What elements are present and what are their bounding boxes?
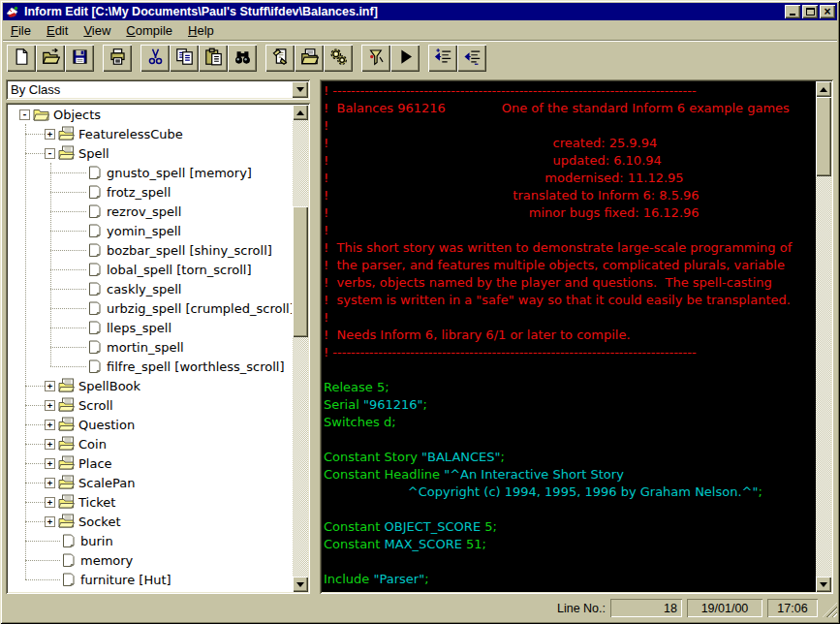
print-button[interactable] <box>103 45 132 72</box>
view-selector-combobox[interactable]: By Class <box>6 79 310 100</box>
tree-item-label: filfre_spell [worthless_scroll] <box>107 359 285 374</box>
compile-note-button[interactable] <box>265 45 295 72</box>
tree-item-urbzig_spell[interactable]: urbzig_spell [crumpled_scroll] <box>8 298 292 318</box>
tree-item-yomin_spell[interactable]: yomin_spell <box>8 221 292 240</box>
tree-connector <box>50 269 86 270</box>
code-line: ! verbs, objects named by the player and… <box>324 274 814 292</box>
tree-item-scalepan[interactable]: +ScalePan <box>8 473 292 492</box>
tree-item-label: memory <box>80 553 133 568</box>
scroll-down-button[interactable] <box>293 577 308 592</box>
menu-help[interactable]: Help <box>180 21 222 40</box>
code-editor[interactable]: ! --------------------------------------… <box>320 79 833 594</box>
arrow-down-icon <box>820 582 827 587</box>
compile-note-icon <box>271 47 290 69</box>
maximize-button[interactable] <box>802 5 818 18</box>
project-folder-button[interactable] <box>295 45 324 72</box>
editor-scrollbar[interactable] <box>816 81 831 592</box>
tree-item-spell[interactable]: -Spell <box>8 143 292 163</box>
tree-connector <box>50 192 86 193</box>
scroll-up-button[interactable] <box>816 81 831 97</box>
object-icon <box>60 572 77 587</box>
expand-icon[interactable]: + <box>45 439 55 450</box>
expand-icon[interactable]: + <box>45 381 55 391</box>
next-reference-button[interactable] <box>428 45 457 72</box>
expand-icon[interactable]: + <box>45 400 55 411</box>
tree-connector <box>25 579 60 580</box>
new-file-button[interactable] <box>7 45 36 72</box>
tree-item-burin[interactable]: burin <box>8 531 292 550</box>
combobox-dropdown-button[interactable] <box>292 81 308 98</box>
tree-item-ticket[interactable]: +Ticket <box>8 492 292 512</box>
class-icon <box>58 494 75 510</box>
tree-item-label: FeaturelessCube <box>78 127 183 141</box>
scroll-up-button[interactable] <box>293 105 308 120</box>
open-file-button[interactable] <box>36 45 65 72</box>
tree-item-gnusto_spell[interactable]: gnusto_spell [memory] <box>8 163 292 182</box>
tree-item-place[interactable]: +Place <box>8 453 292 473</box>
resize-grip[interactable] <box>823 603 837 617</box>
tree-connector <box>50 328 86 328</box>
editor-scrollbar-thumb[interactable] <box>816 97 831 176</box>
scroll-down-button[interactable] <box>816 577 831 592</box>
settings-gears-icon <box>329 47 348 69</box>
minimize-button[interactable] <box>785 5 800 18</box>
toolbar-group <box>361 45 420 72</box>
menu-file[interactable]: File <box>3 21 39 40</box>
tree-item-caskly_spell[interactable]: caskly_spell <box>8 279 292 298</box>
find-button[interactable] <box>228 45 257 72</box>
tree-connector <box>25 134 45 135</box>
run-button[interactable] <box>390 45 420 72</box>
menu-edit[interactable]: Edit <box>39 21 76 40</box>
cut-button[interactable] <box>140 45 170 72</box>
tree-item-furniture[interactable]: furniture [Hut] <box>8 570 292 589</box>
tree-item-spellbook[interactable]: +SpellBook <box>8 376 292 395</box>
tree-item-bozbar_spell[interactable]: bozbar_spell [shiny_scroll] <box>8 240 292 260</box>
tree-item-rezrov_spell[interactable]: rezrov_spell <box>8 202 292 221</box>
prev-reference-button[interactable] <box>457 45 486 72</box>
tree-item-scroll[interactable]: +Scroll <box>8 395 292 415</box>
tree-item-filfre_spell[interactable]: filfre_spell [worthless_scroll] <box>8 357 292 376</box>
settings-gears-button[interactable] <box>324 45 353 72</box>
collapse-icon[interactable]: - <box>19 109 30 120</box>
tree-scrollbar[interactable] <box>293 105 308 592</box>
cut-icon <box>146 47 165 69</box>
tree-item-lobal_spell[interactable]: lobal_spell [torn_scroll] <box>8 260 292 279</box>
chevron-down-icon <box>296 87 304 92</box>
toolbar-group <box>140 45 257 72</box>
expand-icon[interactable]: + <box>45 516 55 527</box>
paste-button[interactable] <box>199 45 228 72</box>
code-line: Constant MAX_SCORE 51; <box>324 536 814 553</box>
app-icon[interactable] <box>5 4 20 19</box>
tree-connector <box>25 541 60 542</box>
tree-item-mortin_spell[interactable]: mortin_spell <box>8 337 292 357</box>
code-line: ! <box>324 117 814 135</box>
save-button[interactable] <box>65 45 94 72</box>
tree-item-label: burin <box>80 534 113 548</box>
status-bar: Line No.: 18 19/01/00 17:06 <box>3 597 837 621</box>
menu-compile[interactable]: Compile <box>118 21 180 40</box>
expand-icon[interactable]: + <box>45 458 55 469</box>
code-line: Include "Parser"; <box>324 571 814 588</box>
expand-icon[interactable]: + <box>45 129 55 140</box>
tree-item-memory[interactable]: memory <box>8 550 292 570</box>
tree-item-coin[interactable]: +Coin <box>8 434 292 453</box>
menu-bar: FileEditViewCompileHelp <box>3 20 837 40</box>
tree-item-label: urbzig_spell [crumpled_scroll] <box>107 301 292 316</box>
expand-icon[interactable]: + <box>45 497 55 508</box>
tree-item-label: Objects <box>53 108 101 122</box>
tree-item-lleps_spell[interactable]: lleps_spell <box>8 318 292 337</box>
tree-item-featurelesscube[interactable]: +FeaturelessCube <box>8 124 292 143</box>
arrow-down-icon <box>296 582 304 587</box>
tree-item-objects[interactable]: -Objects <box>8 105 292 124</box>
collapse-icon[interactable]: - <box>45 148 55 159</box>
expand-icon[interactable]: + <box>45 420 55 430</box>
tree-item-frotz_spell[interactable]: frotz_spell <box>8 182 292 202</box>
tree-scrollbar-thumb[interactable] <box>293 206 308 337</box>
menu-view[interactable]: View <box>76 21 118 40</box>
tree-item-socket[interactable]: +Socket <box>8 512 292 531</box>
copy-button[interactable] <box>170 45 199 72</box>
expand-icon[interactable]: + <box>45 478 55 488</box>
tree-item-question[interactable]: +Question <box>8 415 292 434</box>
filter-funnel-button[interactable] <box>361 45 390 72</box>
close-button[interactable]: × <box>820 5 835 18</box>
